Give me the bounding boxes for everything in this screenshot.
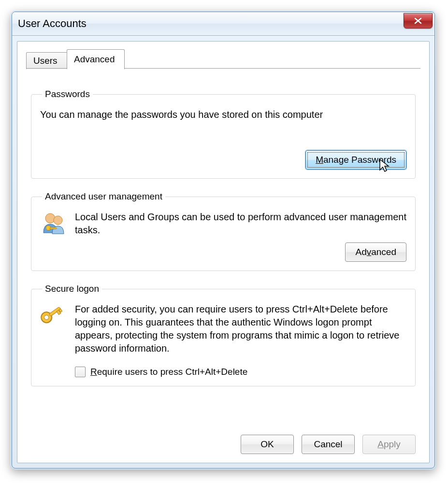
users-groups-icon: [40, 211, 67, 237]
apply-button[interactable]: Apply: [362, 435, 416, 454]
window-title: User Accounts: [18, 17, 87, 30]
group-passwords-legend: Passwords: [42, 89, 93, 99]
dialog-footer: OK Cancel Apply: [241, 435, 416, 454]
group-secure-legend: Secure logon: [42, 284, 102, 294]
require-cad-checkbox[interactable]: [75, 367, 86, 377]
close-button[interactable]: [404, 13, 433, 28]
group-advmgmt-legend: Advanced user management: [42, 191, 165, 202]
group-advanced-user-management: Advanced user management: [31, 191, 416, 271]
client-area: Users Advanced Passwords You can manage …: [17, 41, 430, 463]
secure-description: For added security, you can require user…: [75, 303, 406, 355]
window-shadow: User Accounts Users Advanced: [11, 11, 436, 469]
require-cad-label: Require users to press Ctrl+Alt+Delete: [90, 367, 247, 377]
tab-advanced-label: Advanced: [74, 54, 115, 65]
passwords-description: You can manage the passwords you have st…: [40, 108, 406, 121]
tab-users[interactable]: Users: [26, 52, 69, 69]
ok-button[interactable]: OK: [241, 435, 294, 454]
close-icon: [414, 17, 422, 24]
require-cad-checkbox-row[interactable]: Require users to press Ctrl+Alt+Delete: [75, 367, 406, 377]
svg-point-1: [54, 216, 62, 225]
tab-content-advanced: Passwords You can manage the passwords y…: [17, 71, 429, 408]
advmgmt-description: Local Users and Groups can be used to pe…: [75, 211, 406, 237]
svg-rect-3: [50, 227, 57, 229]
titlebar[interactable]: User Accounts: [12, 12, 434, 36]
key-icon: [40, 303, 67, 355]
group-secure-logon: Secure logon: [31, 284, 416, 386]
advanced-button[interactable]: Advanced: [345, 242, 406, 262]
manage-passwords-button[interactable]: Manage Passwords: [305, 150, 406, 170]
cancel-button[interactable]: Cancel: [302, 435, 355, 454]
tab-advanced[interactable]: Advanced: [67, 49, 125, 69]
tab-users-label: Users: [33, 56, 58, 66]
window-frame: User Accounts Users Advanced: [12, 12, 435, 469]
tabstrip: Users Advanced: [26, 49, 420, 71]
group-passwords: Passwords You can manage the passwords y…: [31, 89, 416, 179]
